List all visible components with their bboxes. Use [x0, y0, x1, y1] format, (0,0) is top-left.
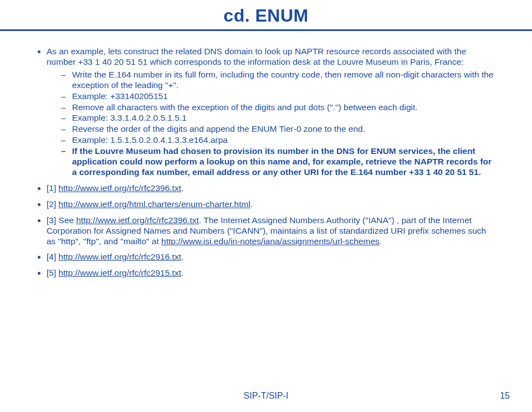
step-1: Write the E.164 number in its full form,…	[61, 70, 497, 91]
ref-3-dot: .	[380, 236, 382, 246]
page-number: 15	[500, 391, 510, 401]
intro-bullet: As an example, lets construct the relate…	[47, 47, 497, 178]
step-2: Example: +33140205151	[61, 91, 497, 102]
ref-2-dot: .	[250, 199, 253, 209]
ref-5-link[interactable]: http://www.ietf.org/rfc/rfc2915.txt	[59, 268, 181, 277]
ref-4-link[interactable]: http://www.ietf.org/rfc/rfc2916.txt	[59, 252, 181, 261]
step-6: Example: 1.5.1.5.0.2.0.4.1.3.3.e164.arpa	[61, 135, 497, 146]
ref-4-dot: .	[181, 252, 183, 261]
step-7: If the Louvre Museum had chosen to provi…	[61, 146, 497, 178]
content-area: As an example, lets construct the relate…	[0, 31, 532, 279]
intro-text: As an example, lets construct the relate…	[47, 47, 466, 66]
ref-3-link[interactable]: http://www.ietf.org/rfc/rfc2396.txt	[76, 215, 198, 225]
ref-4: [4] http://www.ietf.org/rfc/rfc2916.txt.	[47, 252, 497, 262]
slide-title: cd. ENUM	[0, 0, 532, 26]
steps-list: Write the E.164 number in its full form,…	[47, 70, 497, 178]
ref-3-link2[interactable]: http://www.isi.edu/in-notes/iana/assignm…	[161, 236, 380, 246]
ref-2: [2] http://www.ietf.org/html.charters/en…	[47, 199, 497, 210]
outer-list: As an example, lets construct the relate…	[35, 47, 497, 279]
ref-1: [1] http://www.ietf.org/rfc/rfc2396.txt.	[47, 183, 497, 194]
ref-1-label: [1]	[47, 183, 59, 193]
ref-2-link[interactable]: http://www.ietf.org/html.charters/enum-c…	[59, 199, 250, 209]
footer-label: SIP-T/SIP-I	[0, 391, 532, 401]
step-3: Remove all characters with the exception…	[61, 102, 497, 113]
ref-3: [3] See http://www.ietf.org/rfc/rfc2396.…	[47, 215, 497, 247]
ref-5-dot: .	[181, 268, 183, 277]
ref-5-label: [5]	[47, 268, 59, 277]
ref-5: [5] http://www.ietf.org/rfc/rfc2915.txt.	[47, 268, 497, 279]
ref-1-dot: .	[181, 183, 183, 193]
ref-4-label: [4]	[47, 252, 59, 261]
ref-1-link[interactable]: http://www.ietf.org/rfc/rfc2396.txt	[59, 183, 181, 193]
step-5: Reverse the order of the digits and appe…	[61, 124, 497, 135]
step-4: Example: 3.3.1.4.0.2.0.5.1.5.1	[61, 113, 497, 123]
ref-3-label: [3] See	[47, 215, 76, 225]
ref-2-label: [2]	[47, 199, 59, 209]
